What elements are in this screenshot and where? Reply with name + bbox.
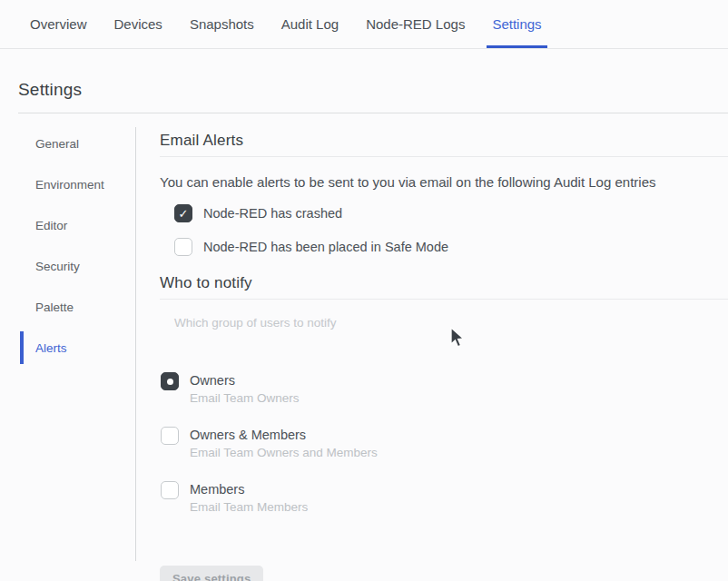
email-alerts-heading: Email Alerts	[160, 132, 728, 157]
tab-audit-log[interactable]: Audit Log	[276, 0, 344, 48]
checkbox-safe-mode-label: Node-RED has been placed in Safe Mode	[203, 240, 448, 254]
save-settings-button[interactable]: Save settings	[160, 566, 263, 581]
sidebar-item-palette[interactable]: Palette	[20, 290, 135, 323]
radio-owners-label: Owners	[190, 373, 300, 388]
settings-sidebar: General Environment Editor Security Pale…	[0, 127, 136, 561]
radio-owners-members-description: Email Team Owners and Members	[190, 446, 378, 459]
notify-option-owners[interactable]: Owners Email Team Owners	[161, 372, 728, 405]
checkbox-crashed-label: Node-RED has crashed	[203, 206, 342, 221]
settings-page: Overview Devices Snapshots Audit Log Nod…	[0, 0, 728, 581]
sidebar-item-editor[interactable]: Editor	[20, 209, 135, 241]
email-alerts-description: You can enable alerts to be sent to you …	[160, 174, 728, 190]
page-title-area: Settings	[0, 49, 728, 100]
radio-members[interactable]	[161, 481, 179, 499]
sidebar-item-security[interactable]: Security	[20, 250, 135, 282]
sidebar-item-environment[interactable]: Environment	[20, 168, 135, 201]
radio-members-description: Email Team Members	[190, 500, 308, 514]
radio-owners[interactable]	[161, 372, 179, 390]
checkbox-safe-mode[interactable]	[174, 238, 192, 256]
checkbox-row-crashed[interactable]: Node-RED has crashed	[174, 204, 728, 222]
radio-members-label: Members	[190, 482, 308, 497]
notify-option-owners-members[interactable]: Owners & Members Email Team Owners and M…	[161, 427, 728, 459]
sidebar-item-general[interactable]: General	[20, 127, 135, 160]
who-to-notify-heading: Who to notify	[160, 274, 728, 300]
who-to-notify-hint: Which group of users to notify	[174, 316, 728, 330]
tab-overview[interactable]: Overview	[25, 0, 93, 48]
content-area: General Environment Editor Security Pale…	[0, 127, 728, 581]
checkbox-crashed[interactable]	[174, 204, 192, 222]
sidebar-item-alerts[interactable]: Alerts	[20, 331, 135, 364]
page-title: Settings	[18, 80, 728, 100]
who-to-notify-section: Who to notify Which group of users to no…	[160, 274, 728, 514]
title-divider	[18, 113, 728, 113]
alerts-settings-panel: Email Alerts You can enable alerts to be…	[136, 127, 728, 581]
radio-owners-description: Email Team Owners	[190, 391, 300, 405]
checkbox-row-safe-mode[interactable]: Node-RED has been placed in Safe Mode	[174, 238, 728, 256]
radio-owners-members-label: Owners & Members	[190, 428, 378, 442]
tab-node-red-logs[interactable]: Node-RED Logs	[360, 0, 470, 48]
notify-options: Owners Email Team Owners Owners & Member…	[161, 372, 728, 514]
email-alerts-options: Node-RED has crashed Node-RED has been p…	[174, 204, 728, 256]
top-navigation: Overview Devices Snapshots Audit Log Nod…	[0, 0, 728, 49]
notify-option-members[interactable]: Members Email Team Members	[161, 481, 728, 514]
tab-settings[interactable]: Settings	[487, 0, 546, 48]
tab-devices[interactable]: Devices	[109, 0, 168, 48]
tab-snapshots[interactable]: Snapshots	[184, 0, 260, 48]
radio-owners-members[interactable]	[161, 427, 179, 445]
